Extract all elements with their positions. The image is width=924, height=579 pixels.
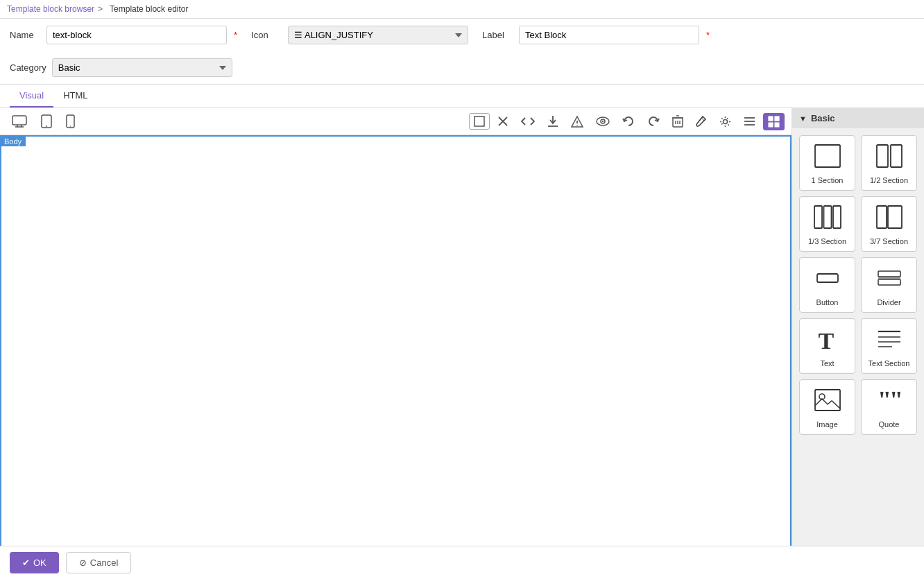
grid-button[interactable] [763,113,785,130]
tab-html[interactable]: HTML [53,85,97,107]
canvas-body: Body [0,135,792,579]
icon-select[interactable]: ☰ ALIGN_JUSTIFY [288,26,468,44]
button-label: Button [816,298,839,307]
tablet-view-button[interactable] [36,112,57,131]
svg-point-25 [724,119,728,123]
half-section-icon [875,144,903,172]
section-label: Basic [811,113,835,123]
text-section-label: Text Section [869,359,910,368]
svg-rect-44 [878,271,900,277]
body-label: Body [0,137,26,146]
name-label: Name [10,30,41,40]
image-label: Image [816,420,838,429]
delete-button[interactable] [667,112,688,130]
download-button[interactable] [542,112,563,130]
image-icon [814,388,841,416]
mobile-view-button[interactable] [61,112,80,131]
svg-rect-29 [769,116,773,121]
label-label: Label [482,30,513,40]
breadcrumb: Template block browser > Template block … [0,0,924,19]
tab-visual[interactable]: Visual [10,85,53,107]
brush-button[interactable] [691,112,712,130]
icon-label: Icon [251,30,282,40]
button-icon [814,266,841,294]
svg-point-14 [576,124,578,126]
breadcrumb-separator: > [98,4,103,14]
move-tool-button[interactable] [493,113,513,130]
half-section-label: 1/2 Section [870,176,908,185]
svg-rect-41 [877,206,887,228]
block-text-section[interactable]: Text Section [861,318,917,374]
svg-point-5 [46,126,47,127]
block-half-section[interactable]: 1/2 Section [861,135,917,191]
svg-rect-30 [775,116,779,121]
svg-rect-35 [815,145,840,167]
select-tool-button[interactable] [469,113,490,130]
name-required: * [234,30,237,40]
preview-button[interactable] [591,114,615,129]
svg-rect-42 [888,206,902,228]
editor-layout: Body ▼ Basic 1 Section 1/2 Section [0,108,924,579]
category-select[interactable]: Basic [52,58,232,77]
ok-label: OK [33,558,46,568]
one-section-label: 1 Section [812,176,844,185]
code-view-button[interactable] [516,113,540,130]
block-divider[interactable]: Divider [861,257,917,313]
svg-rect-36 [877,145,888,167]
svg-rect-38 [814,206,822,228]
editor-canvas[interactable]: Body [0,135,792,579]
text-icon: T [814,327,841,355]
main-editor: Body [0,108,792,579]
redo-button[interactable] [642,113,665,130]
ok-button[interactable]: ✔ OK [10,552,59,573]
section-chevron-icon: ▼ [799,114,807,123]
three-seven-icon [875,205,903,233]
breadcrumb-link[interactable]: Template block browser [7,4,94,14]
form-area: Name * Icon ☰ ALIGN_JUSTIFY Label * Cate… [0,19,924,85]
undo-button[interactable] [617,113,640,130]
blocks-grid: 1 Section 1/2 Section 1/3 Section [792,128,924,442]
block-one-section[interactable]: 1 Section [799,135,855,191]
svg-rect-40 [833,206,841,228]
quote-label: Quote [879,420,900,429]
name-input[interactable] [46,26,227,44]
desktop-view-button[interactable] [7,112,32,130]
editor-toolbar [0,108,792,135]
block-three-seven[interactable]: 3/7 Section [861,196,917,252]
warning-button[interactable] [566,113,588,130]
toolbar-right [469,112,785,130]
category-group: Category Basic [10,58,232,77]
block-text[interactable]: T Text [799,318,855,374]
svg-rect-43 [817,274,838,282]
tabs-bar: Visual HTML [0,85,924,108]
icon-group: Icon ☰ ALIGN_JUSTIFY [251,26,468,44]
bottom-bar: ✔ OK ⊘ Cancel [0,546,924,579]
cancel-button[interactable]: ⊘ Cancel [66,552,131,573]
block-quote[interactable]: "" Quote [861,379,917,435]
svg-text:T: T [818,327,834,352]
divider-icon [875,266,903,294]
block-button[interactable]: Button [799,257,855,313]
menu-button[interactable] [739,114,760,129]
quote-icon: "" [875,388,903,416]
svg-point-17 [602,121,604,122]
third-section-icon [814,205,841,233]
svg-rect-37 [891,145,902,167]
svg-point-7 [70,126,71,127]
block-third-section[interactable]: 1/3 Section [799,196,855,252]
label-input[interactable] [519,26,699,44]
svg-text:": " [889,388,903,413]
three-seven-label: 3/7 Section [870,237,908,246]
cancel-label: Cancel [90,558,118,568]
svg-rect-0 [12,116,26,125]
divider-label: Divider [877,298,900,307]
settings-button[interactable] [715,113,736,130]
breadcrumb-current: Template block editor [110,4,188,14]
panel-section-header: ▼ Basic [792,108,924,128]
svg-rect-32 [775,123,779,127]
svg-rect-31 [769,123,773,127]
svg-line-24 [701,118,704,121]
block-image[interactable]: Image [799,379,855,435]
text-label: Text [820,359,834,368]
name-group: Name * [10,26,237,44]
